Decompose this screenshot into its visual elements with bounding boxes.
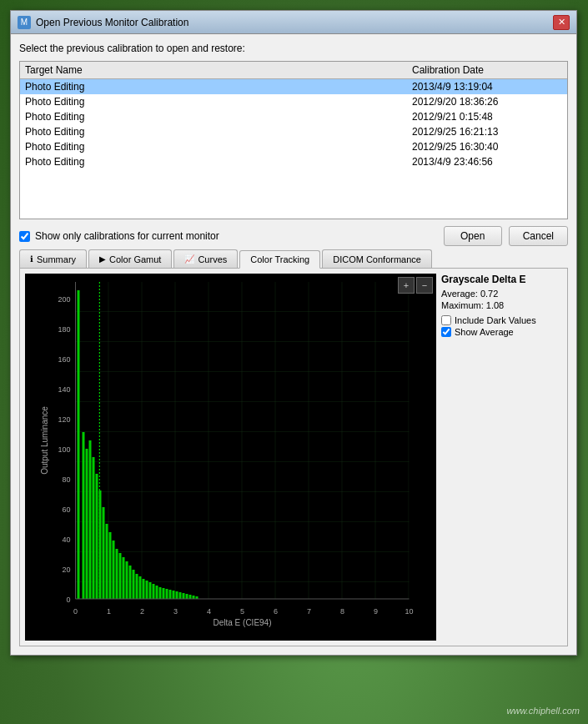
show-average-label: Show Average [455, 327, 514, 337]
header-target-name: Target Name [25, 64, 412, 76]
svg-text:7: 7 [307, 607, 311, 616]
tabs-row: ℹ Summary ▶ Color Gamut 📈 Curves Color T… [19, 249, 568, 269]
curves-icon: 📈 [184, 254, 194, 264]
tab-curves[interactable]: 📈 Curves [173, 249, 238, 268]
tab-summary[interactable]: ℹ Summary [19, 249, 87, 268]
cancel-button[interactable]: Cancel [509, 226, 568, 246]
svg-rect-27 [78, 290, 80, 599]
title-bar: M Open Previous Monitor Calibration ✕ [11, 11, 576, 34]
svg-rect-61 [193, 596, 195, 599]
show-only-current-monitor-label: Show only calibrations for current monit… [35, 230, 219, 242]
show-only-current-monitor-row: Show only calibrations for current monit… [19, 230, 219, 242]
svg-rect-57 [179, 592, 182, 599]
svg-text:0: 0 [66, 596, 70, 604]
close-button[interactable]: ✕ [553, 15, 570, 30]
calibration-list[interactable]: Target Name Calibration Date Photo Editi… [19, 61, 568, 219]
svg-rect-33 [99, 490, 102, 599]
svg-rect-53 [166, 589, 168, 599]
tab-color-tracking[interactable]: Color Tracking [239, 250, 320, 269]
header-calibration-date: Calibration Date [412, 64, 562, 76]
row-date: 2012/9/25 16:30:40 [412, 141, 562, 153]
dialog-title: Open Previous Monitor Calibration [36, 17, 188, 28]
svg-text:160: 160 [58, 355, 70, 364]
svg-text:5: 5 [240, 607, 244, 616]
svg-text:Delta E (CIE94): Delta E (CIE94) [213, 618, 271, 627]
svg-rect-50 [156, 586, 158, 599]
svg-rect-52 [163, 588, 165, 599]
svg-rect-55 [173, 591, 175, 599]
instruction-text: Select the previous calibration to open … [19, 43, 568, 54]
dialog-body: Select the previous calibration to open … [11, 34, 576, 655]
svg-text:10: 10 [405, 607, 413, 616]
tab-curves-label: Curves [198, 254, 227, 264]
show-average-row: Show Average [441, 327, 562, 337]
svg-rect-49 [153, 584, 155, 599]
include-dark-values-row: Include Dark Values [441, 315, 562, 325]
table-row[interactable]: Photo Editing2012/9/25 16:21:13 [20, 124, 567, 139]
svg-rect-32 [96, 474, 98, 599]
svg-text:3: 3 [173, 607, 178, 616]
svg-text:140: 140 [58, 385, 70, 394]
tab-content: + − 0 20 40 [19, 269, 568, 646]
svg-text:8: 8 [340, 607, 344, 616]
svg-rect-54 [169, 590, 172, 599]
grayscale-delta-e-title: Grayscale Delta E [441, 274, 562, 285]
svg-rect-40 [123, 557, 125, 599]
svg-text:1: 1 [107, 607, 111, 616]
svg-rect-34 [103, 507, 105, 599]
svg-rect-44 [136, 574, 138, 599]
table-row[interactable]: Photo Editing2012/9/21 0:15:48 [20, 109, 567, 124]
svg-text:2: 2 [140, 607, 144, 616]
svg-text:6: 6 [274, 607, 278, 616]
table-row[interactable]: Photo Editing2012/9/20 18:36:26 [20, 94, 567, 109]
dialog-icon: M [18, 16, 31, 29]
table-row[interactable]: Photo Editing2013/4/9 13:19:04 [20, 79, 567, 94]
chart-svg: 0 20 40 60 80 100 120 140 160 180 200 Ou… [25, 274, 436, 641]
show-average-checkbox[interactable] [441, 327, 451, 337]
row-name: Photo Editing [25, 96, 412, 108]
svg-text:0: 0 [73, 607, 78, 616]
show-only-current-monitor-checkbox[interactable] [19, 231, 30, 242]
table-row[interactable]: Photo Editing2013/4/9 23:46:56 [20, 154, 567, 169]
row-date: 2012/9/21 0:15:48 [412, 111, 562, 123]
table-row[interactable]: Photo Editing2012/9/25 16:30:40 [20, 139, 567, 154]
tab-dicom-conformance-label: DICOM Conformance [333, 254, 421, 264]
side-panel: Grayscale Delta E Average: 0.72 Maximum:… [441, 274, 562, 641]
row-name: Photo Editing [25, 156, 412, 168]
svg-text:120: 120 [58, 415, 70, 424]
zoom-buttons: + − [398, 277, 433, 294]
tab-color-gamut-label: Color Gamut [109, 254, 161, 264]
svg-rect-37 [113, 540, 115, 599]
row-date: 2013/4/9 23:46:56 [412, 156, 562, 168]
svg-text:100: 100 [58, 445, 70, 454]
svg-text:200: 200 [58, 295, 70, 304]
tab-dicom-conformance[interactable]: DICOM Conformance [322, 249, 432, 268]
svg-rect-39 [119, 553, 122, 599]
row-date: 2012/9/25 16:21:13 [412, 126, 562, 138]
include-dark-values-checkbox[interactable] [441, 315, 451, 325]
svg-rect-43 [133, 570, 135, 599]
svg-rect-58 [183, 593, 185, 599]
svg-rect-41 [126, 561, 128, 599]
summary-icon: ℹ [30, 254, 33, 264]
svg-rect-1 [76, 282, 410, 599]
zoom-in-button[interactable]: + [398, 277, 415, 294]
svg-rect-28 [83, 432, 85, 599]
svg-rect-59 [186, 594, 188, 599]
zoom-out-button[interactable]: − [416, 277, 433, 294]
dialog: M Open Previous Monitor Calibration ✕ Se… [10, 10, 577, 656]
svg-text:4: 4 [207, 607, 211, 616]
list-header: Target Name Calibration Date [20, 62, 567, 79]
svg-text:Output Luminance: Output Luminance [40, 406, 49, 475]
svg-rect-36 [109, 532, 112, 599]
svg-rect-60 [189, 595, 192, 599]
svg-rect-38 [116, 549, 118, 599]
row-name: Photo Editing [25, 126, 412, 138]
svg-text:60: 60 [62, 505, 70, 514]
svg-rect-46 [143, 579, 145, 599]
svg-rect-29 [86, 449, 88, 599]
tab-color-gamut[interactable]: ▶ Color Gamut [88, 249, 172, 268]
svg-rect-47 [146, 581, 148, 599]
tab-color-tracking-label: Color Tracking [250, 254, 309, 264]
open-button[interactable]: Open [444, 226, 502, 246]
